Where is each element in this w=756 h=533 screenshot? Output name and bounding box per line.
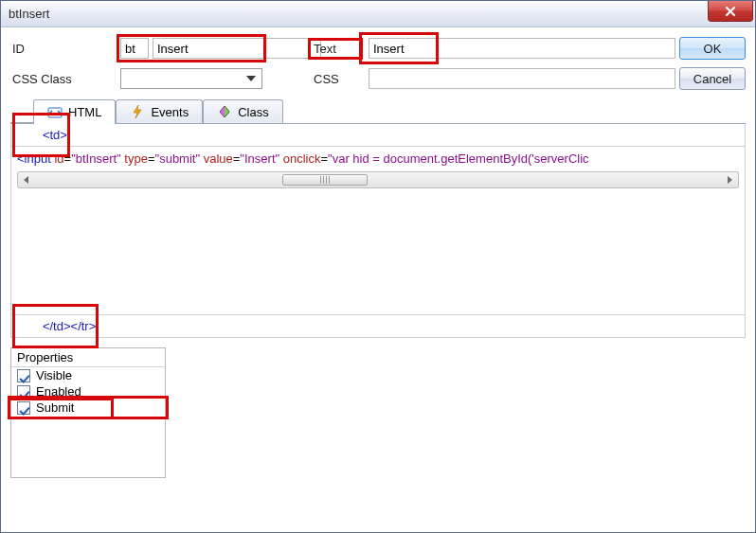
properties-panel: Properties VisibleEnabledSubmit bbox=[10, 347, 166, 478]
scroll-grip-icon bbox=[320, 176, 330, 184]
code-token: type bbox=[124, 151, 148, 166]
tab-html-label: HTML bbox=[68, 105, 101, 119]
code-line: <input id="btInsert" type="submit" value… bbox=[11, 147, 745, 166]
prop-label: Submit bbox=[36, 400, 74, 415]
lightning-icon bbox=[130, 104, 145, 119]
prop-row-visible[interactable]: Visible bbox=[11, 367, 165, 383]
class-diamond-icon bbox=[217, 104, 232, 119]
properties-list: VisibleEnabledSubmit bbox=[11, 367, 165, 416]
prop-row-submit[interactable]: Submit bbox=[11, 400, 165, 416]
checkbox-submit[interactable] bbox=[17, 401, 30, 415]
close-icon bbox=[725, 6, 736, 17]
scroll-thumb[interactable] bbox=[282, 174, 368, 186]
window-controls bbox=[708, 1, 753, 22]
code-prefix-text: <td> bbox=[43, 128, 67, 142]
prop-label: Enabled bbox=[36, 384, 81, 399]
checkbox-visible[interactable] bbox=[17, 369, 30, 382]
triangle-right-icon bbox=[726, 176, 733, 184]
id-value-field[interactable] bbox=[153, 38, 321, 59]
id-prefix-field[interactable] bbox=[120, 38, 149, 59]
tab-bar: HTML Events Class bbox=[10, 99, 746, 124]
code-token: "submit" bbox=[155, 151, 201, 166]
id-fields-highlight bbox=[120, 38, 262, 59]
code-token: "var hid = document.getElementById('serv… bbox=[328, 151, 589, 166]
tab-class[interactable]: Class bbox=[203, 99, 283, 123]
code-token: "Insert" bbox=[240, 151, 279, 166]
code-token: = bbox=[148, 151, 155, 166]
triangle-left-icon bbox=[23, 176, 30, 184]
code-suffix-row: </td></tr> bbox=[10, 315, 746, 338]
form-grid: ID Text OK CSS Class bbox=[10, 35, 746, 92]
cancel-button[interactable]: Cancel bbox=[679, 67, 746, 90]
scroll-track[interactable] bbox=[35, 172, 721, 187]
code-token: "btInsert" bbox=[71, 151, 121, 166]
code-token: onclick bbox=[283, 151, 321, 166]
code-token: = bbox=[320, 151, 328, 166]
text-label: Text bbox=[312, 42, 336, 56]
text-label-highlight: Text bbox=[312, 42, 359, 56]
css-label: CSS bbox=[312, 72, 365, 86]
dialog-window: btInsert ID Text bbox=[0, 0, 756, 533]
code-prefix-highlight: <td> bbox=[15, 114, 67, 156]
prop-label: Visible bbox=[36, 368, 72, 382]
code-token: value bbox=[204, 151, 233, 166]
css-class-label: CSS Class bbox=[10, 72, 98, 86]
tab-events[interactable]: Events bbox=[116, 99, 203, 123]
close-button[interactable] bbox=[708, 1, 753, 22]
properties-title: Properties bbox=[11, 348, 165, 367]
tab-events-label: Events bbox=[151, 105, 189, 119]
dialog-body: ID Text OK CSS Class bbox=[1, 27, 755, 532]
code-prefix-row: <td> bbox=[10, 124, 746, 147]
window-title: btInsert bbox=[9, 7, 49, 21]
titlebar: btInsert bbox=[1, 1, 755, 27]
code-suffix-text: </td></tr> bbox=[43, 319, 96, 333]
cancel-button-label: Cancel bbox=[693, 72, 731, 86]
id-label: ID bbox=[10, 42, 98, 56]
prop-row-enabled[interactable]: Enabled bbox=[11, 383, 165, 400]
checkbox-enabled[interactable] bbox=[17, 385, 30, 399]
css-class-combo[interactable] bbox=[120, 68, 262, 89]
scroll-right-arrow[interactable] bbox=[721, 172, 738, 187]
text-field-highlight-partial bbox=[363, 36, 435, 61]
code-suffix-highlight: </td></tr> bbox=[15, 305, 96, 347]
code-editor[interactable]: <input id="btInsert" type="submit" value… bbox=[10, 147, 746, 315]
horizontal-scrollbar[interactable] bbox=[17, 171, 739, 188]
css-field[interactable] bbox=[369, 68, 675, 89]
ok-button[interactable]: OK bbox=[679, 37, 746, 60]
tab-class-label: Class bbox=[238, 105, 269, 119]
ok-button-label: OK bbox=[704, 42, 722, 56]
scroll-left-arrow[interactable] bbox=[18, 172, 35, 187]
